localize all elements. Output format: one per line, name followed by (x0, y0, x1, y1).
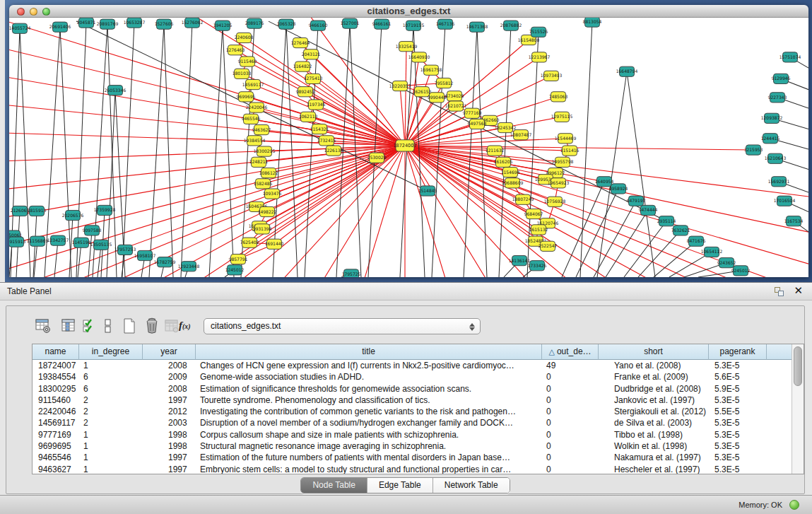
table-cell[interactable]: Tourette syndrome. Phenomenology and cla… (196, 395, 542, 406)
table-cell[interactable]: 2 (79, 417, 143, 428)
graph-node[interactable]: 15276062 (182, 18, 204, 28)
scrollbar-thumb[interactable] (794, 346, 802, 386)
graph-node[interactable]: 16961758 (420, 65, 442, 75)
minimize-window-button[interactable] (30, 8, 37, 16)
graph-node[interactable]: 19654923 (548, 178, 570, 188)
graph-node[interactable]: 1062113 (299, 112, 318, 122)
graph-node[interactable]: 1154694 (501, 167, 520, 177)
graph-node[interactable]: 1167534 (784, 216, 804, 226)
table-cell[interactable]: 1 (79, 464, 143, 474)
graph-node[interactable]: 1615132 (529, 225, 548, 235)
graph-node[interactable]: 9466160 (309, 21, 328, 30)
graph-node[interactable]: 1527001 (341, 18, 360, 28)
graph-node[interactable]: 13325419 (396, 42, 418, 52)
network-window-titlebar[interactable]: citations_edges.txt (9, 5, 808, 18)
graph-node[interactable]: 9115460 (238, 57, 257, 66)
graph-node[interactable]: 1691440 (265, 239, 284, 249)
table-cell[interactable]: 5.3E-5 (709, 417, 767, 428)
graph-node[interactable]: 10807487 (510, 130, 532, 140)
graph-node[interactable]: 9474444 (639, 205, 658, 215)
memory-status-indicator[interactable] (789, 500, 799, 510)
graph-node[interactable]: 12923448 (178, 262, 200, 271)
graph-node[interactable]: 1086122 (259, 168, 278, 177)
graph-node[interactable]: 11544469 (555, 134, 577, 144)
graph-node[interactable]: 9129946 (772, 74, 791, 83)
tab-edge-table[interactable]: Edge Table (367, 478, 433, 493)
column-header-pagerank[interactable]: pagerank (709, 344, 767, 360)
graph-node[interactable]: 2935114 (657, 216, 676, 226)
graph-node[interactable]: 1245012 (225, 265, 245, 275)
table-cell[interactable]: 2 (79, 406, 143, 417)
graph-node[interactable]: 1197346 (307, 100, 326, 110)
table-row[interactable]: 977716911998Corpus callosum shape and si… (33, 429, 792, 440)
graph-node[interactable]: 18300295 (254, 146, 276, 156)
table-cell[interactable]: 0 (542, 440, 599, 452)
column-header-year[interactable]: year (143, 344, 196, 360)
table-cell[interactable]: 6 (79, 383, 143, 395)
graph-node[interactable]: 1164822 (293, 62, 312, 71)
graph-node[interactable]: 1498222 (258, 206, 277, 216)
float-panel-icon[interactable] (775, 287, 784, 296)
graph-node[interactable]: 2530029 (367, 153, 387, 163)
graph-node[interactable]: 6958924 (609, 184, 628, 194)
graph-node[interactable]: 14569117 (242, 79, 264, 89)
graph-node[interactable]: 2126065 (11, 206, 30, 216)
graph-node[interactable]: 1248211 (249, 157, 269, 167)
table-cell[interactable]: 5.6E-5 (709, 371, 767, 382)
table-cell[interactable]: Estimation of the future numbers of pati… (196, 452, 542, 463)
table-row[interactable]: 2242004622012Investigating the contribut… (33, 406, 792, 417)
table-cell[interactable]: 1998 (143, 440, 196, 452)
close-window-button[interactable] (17, 8, 25, 16)
table-cell[interactable]: 0 (542, 406, 599, 417)
table-cell[interactable]: Hescheler et al. (1997) (599, 464, 709, 474)
graph-node[interactable]: 20691406 (49, 22, 71, 32)
graph-node[interactable]: 20876882 (500, 21, 522, 30)
graph-node[interactable]: 1226134 (324, 146, 343, 156)
graph-node[interactable]: 26053346 (105, 86, 126, 95)
graph-node[interactable]: 16958107 (134, 250, 156, 260)
graph-node[interactable]: 9931398 (253, 224, 272, 234)
network-canvas[interactable]: 1332541916640910169617587955812132203571… (9, 18, 808, 277)
table-cell[interactable]: 0 (542, 383, 599, 395)
table-cell[interactable]: 22420046 (33, 406, 79, 417)
table-cell[interactable]: 9777169 (33, 429, 79, 440)
deselect-rows-icon[interactable] (100, 317, 117, 334)
tab-network-table[interactable]: Network Table (433, 478, 510, 493)
table-cell[interactable]: Embryonic stem cells: a model to study s… (196, 464, 542, 474)
graph-node[interactable]: 10973493 (541, 71, 563, 81)
table-cell[interactable]: 18300295 (33, 383, 79, 395)
table-row[interactable]: 946554611997Estimation of the future num… (33, 452, 792, 463)
table-cell[interactable]: 5.3E-5 (709, 452, 767, 463)
table-cell[interactable]: 9115460 (33, 395, 79, 406)
graph-node[interactable]: 14955798 (552, 157, 574, 167)
graph-node[interactable]: 19384554 (244, 136, 266, 146)
graph-node[interactable]: 2043121 (302, 49, 321, 59)
table-cell[interactable]: 5.3E-5 (709, 429, 767, 440)
table-cell[interactable]: 14569117 (33, 417, 79, 428)
graph-node[interactable]: 14055724 (9, 23, 30, 33)
table-cell[interactable]: Disruption of a novel member of a sodium… (196, 417, 542, 428)
graph-node[interactable]: 10719155 (403, 21, 425, 30)
graph-node[interactable]: 10654112 (701, 247, 723, 257)
graph-node[interactable]: 20891769 (97, 19, 119, 29)
graph-node[interactable]: 3915913 (9, 237, 26, 247)
table-cell[interactable]: 1997 (143, 452, 196, 463)
table-cell[interactable]: 9465546 (33, 452, 79, 463)
table-cell[interactable]: Genome-wide association studies in ADHD. (196, 371, 542, 382)
table-row[interactable]: 1938455462009Genome-wide association stu… (33, 371, 792, 382)
table-cell[interactable]: 1 (79, 452, 143, 463)
graph-node[interactable]: 1616205 (494, 157, 513, 167)
graph-node[interactable]: 17957253 (114, 245, 136, 255)
column-header-title[interactable]: title (196, 344, 542, 360)
graph-node[interactable]: 6479197 (627, 196, 646, 206)
table-cell[interactable]: 1998 (143, 429, 196, 440)
table-cell[interactable]: 5.3E-5 (709, 395, 767, 406)
graph-node[interactable]: 10653287 (124, 18, 146, 28)
graph-node[interactable]: 22420046 (246, 103, 268, 112)
table-cell[interactable]: Franke et al. (2009) (599, 371, 709, 382)
table-cell[interactable]: 1 (79, 440, 143, 452)
graph-node[interactable]: 1732415 (317, 136, 336, 146)
graph-node[interactable]: 12342757 (47, 235, 69, 245)
graph-node[interactable]: 6497568 (468, 119, 487, 129)
column-select-icon[interactable] (60, 317, 77, 334)
